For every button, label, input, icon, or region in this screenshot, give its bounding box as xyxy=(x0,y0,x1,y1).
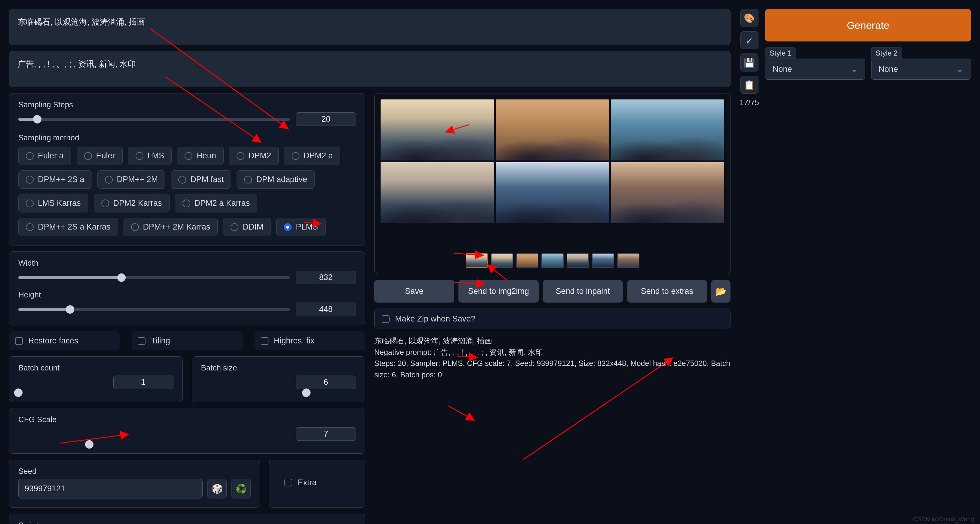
sampler-option-lms-karras[interactable]: LMS Karras xyxy=(18,194,88,213)
collapse-button[interactable]: ↙ xyxy=(740,31,759,49)
radio-icon xyxy=(178,176,186,184)
highres-fix-checkbox[interactable]: Highres. fix xyxy=(255,332,365,350)
sampler-option-label: DPM2 xyxy=(248,151,271,160)
width-value[interactable]: 832 xyxy=(296,271,356,284)
width-slider[interactable] xyxy=(18,276,290,279)
height-value[interactable]: 448 xyxy=(296,303,356,316)
send-to-inpaint-button[interactable]: Send to inpaint xyxy=(543,280,623,303)
seed-reuse-button[interactable]: ♻️ xyxy=(231,479,251,499)
tiling-checkbox[interactable]: Tiling xyxy=(132,332,242,350)
folder-icon: 📂 xyxy=(716,286,727,297)
batch-count-value[interactable]: 1 xyxy=(113,376,173,389)
seed-extra-checkbox[interactable]: Extra xyxy=(278,473,356,492)
sampling-steps-value[interactable]: 20 xyxy=(296,113,356,126)
width-label: Width xyxy=(18,259,356,268)
thumb-1[interactable] xyxy=(516,253,538,268)
batch-size-label: Batch size xyxy=(201,363,356,373)
sampler-option-dpm2-a[interactable]: DPM2 a xyxy=(284,147,340,165)
output-image-1[interactable] xyxy=(496,100,609,160)
style2-select[interactable]: None⌄ xyxy=(871,59,971,79)
palette-icon: 🎨 xyxy=(744,13,755,24)
radio-icon xyxy=(84,152,92,160)
sampler-option-heun[interactable]: Heun xyxy=(177,147,224,165)
style2-label: Style 2 xyxy=(871,48,902,59)
sampler-option-dpm-fast[interactable]: DPM fast xyxy=(171,170,231,189)
cfg-label: CFG Scale xyxy=(18,415,356,424)
thumb-5[interactable] xyxy=(617,253,640,268)
output-image-5[interactable] xyxy=(611,162,724,223)
sampler-option-dpm2-a-karras[interactable]: DPM2 a Karras xyxy=(175,194,258,213)
radio-icon xyxy=(26,223,34,231)
sampler-option-euler[interactable]: Euler xyxy=(76,147,123,165)
sampler-option-label: Heun xyxy=(197,151,216,160)
sampler-option-euler-a[interactable]: Euler a xyxy=(18,147,71,165)
sampler-option-lms[interactable]: LMS xyxy=(128,147,172,165)
paste-button[interactable]: 📋 xyxy=(740,76,759,94)
output-image-3[interactable] xyxy=(380,162,494,223)
sampler-option-plms[interactable]: PLMS xyxy=(276,218,326,236)
script-panel: Script None ⌄ xyxy=(9,514,365,524)
thumb-0[interactable] xyxy=(491,253,513,268)
batch-count-label: Batch count xyxy=(18,363,173,373)
radio-icon xyxy=(131,223,139,231)
save-prompt-button[interactable]: 💾 xyxy=(740,54,759,71)
cfg-value[interactable]: 7 xyxy=(296,427,356,441)
send-to-img2img-button[interactable]: Send to img2img xyxy=(458,280,538,303)
sampler-option-label: Euler xyxy=(96,151,115,160)
style1-label: Style 1 xyxy=(765,48,796,59)
sampling-method-group: Euler aEulerLMSHeunDPM2DPM2 aDPM++ 2S aD… xyxy=(18,147,356,236)
negative-prompt-input[interactable]: 广告, , , ! , 。, ; , 资讯, 新闻, 水印 xyxy=(9,51,730,87)
sampler-option-dpm-2s-a-karras[interactable]: DPM++ 2S a Karras xyxy=(18,218,118,236)
seed-input[interactable] xyxy=(18,479,203,499)
sampler-option-label: Euler a xyxy=(38,151,64,160)
batch-count-panel: Batch count 1 xyxy=(9,356,183,402)
sampler-option-dpm-2m[interactable]: DPM++ 2M xyxy=(97,170,165,189)
thumb-2[interactable] xyxy=(541,253,564,268)
sampler-option-dpm2-karras[interactable]: DPM2 Karras xyxy=(94,194,170,213)
radio-icon xyxy=(26,176,34,184)
seed-extra-panel: Extra xyxy=(269,460,365,508)
sampler-option-label: LMS xyxy=(148,151,164,160)
sampler-option-label: LMS Karras xyxy=(38,198,81,208)
batch-size-value[interactable]: 6 xyxy=(296,376,356,389)
save-button[interactable]: Save xyxy=(374,280,454,303)
send-to-extras-button[interactable]: Send to extras xyxy=(627,280,707,303)
restore-faces-checkbox[interactable]: Restore faces xyxy=(9,332,119,350)
sampler-option-dpm2[interactable]: DPM2 xyxy=(229,147,279,165)
chevron-down-icon: ⌄ xyxy=(851,64,858,74)
output-image-0[interactable] xyxy=(380,100,494,160)
height-slider[interactable] xyxy=(18,308,290,311)
sampler-option-dpm-2m-karras[interactable]: DPM++ 2M Karras xyxy=(124,218,218,236)
radio-icon xyxy=(244,176,252,184)
prompt-input[interactable]: 东临碣石, 以观沧海, 波涛汹涌, 插画 xyxy=(9,9,730,45)
output-image-4[interactable] xyxy=(496,162,609,223)
sampler-option-label: DPM++ 2S a xyxy=(38,175,84,184)
tool-column: 🎨 ↙ 💾 📋 17/75 xyxy=(740,9,759,107)
make-zip-checkbox[interactable]: Make Zip when Save? xyxy=(382,314,723,324)
sampler-option-ddim[interactable]: DDIM xyxy=(223,218,271,236)
output-image-2[interactable] xyxy=(611,100,724,160)
sampler-option-dpm-2s-a[interactable]: DPM++ 2S a xyxy=(18,170,92,189)
radio-icon xyxy=(105,176,113,184)
generation-info: 东临碣石, 以观沧海, 波涛汹涌, 插画 Negative prompt: 广告… xyxy=(374,335,730,380)
sampler-option-label: DPM fast xyxy=(190,175,224,184)
sampler-option-label: DPM2 a Karras xyxy=(194,198,250,208)
sampler-option-label: DDIM xyxy=(243,222,263,232)
seed-panel: Seed 🎲 ♻️ xyxy=(9,460,260,508)
arrow-down-left-icon: ↙ xyxy=(746,35,753,46)
sampling-steps-slider[interactable] xyxy=(18,118,290,121)
style1-select[interactable]: None⌄ xyxy=(765,59,865,79)
palette-button[interactable]: 🎨 xyxy=(740,9,759,27)
thumb-4[interactable] xyxy=(592,253,614,268)
thumb-3[interactable] xyxy=(566,253,589,268)
generate-button[interactable]: Generate xyxy=(765,9,971,41)
cfg-panel: CFG Scale 7 xyxy=(9,408,365,454)
token-counter: 17/75 xyxy=(740,98,759,107)
height-label: Height xyxy=(18,290,356,300)
open-folder-button[interactable]: 📂 xyxy=(711,280,730,303)
chevron-down-icon: ⌄ xyxy=(956,64,964,74)
sampler-option-dpm-adaptive[interactable]: DPM adaptive xyxy=(237,170,315,189)
seed-random-button[interactable]: 🎲 xyxy=(207,479,227,499)
thumb-grid[interactable] xyxy=(466,253,488,268)
sampler-option-label: DPM++ 2S a Karras xyxy=(38,222,111,232)
